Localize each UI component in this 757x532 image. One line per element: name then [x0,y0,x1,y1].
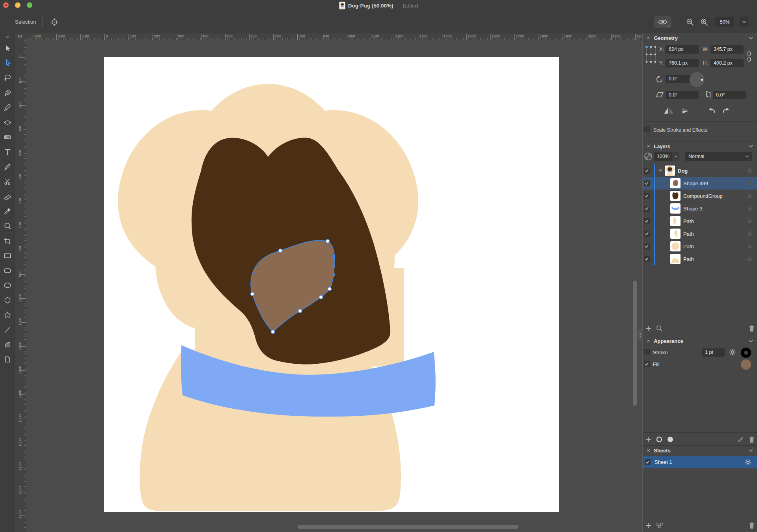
polygon-tool[interactable] [0,293,15,308]
layer-visibility-checkbox[interactable] [644,206,650,212]
layer-visibility-checkbox[interactable] [644,244,650,249]
stroke-color-swatch[interactable] [741,348,751,358]
node-select-tool[interactable] [0,56,15,71]
layer-thumbnail[interactable] [670,216,681,226]
stroke-checkbox[interactable] [644,349,650,355]
bezier-handle[interactable] [333,273,335,276]
gradient-tool[interactable] [0,130,15,145]
layer-thumbnail[interactable] [670,254,681,264]
undo-button[interactable] [708,106,716,114]
line-tool[interactable] [0,322,15,337]
shape-builder-tool[interactable] [0,115,15,130]
panel-resize-grip[interactable] [638,329,643,340]
layer-visibility-checkbox[interactable] [644,218,650,224]
disclosure-chevron-icon[interactable] [658,169,662,172]
path-node[interactable] [278,249,282,252]
rounded-rectangle-tool[interactable] [0,263,15,278]
path-node[interactable] [250,292,254,296]
flip-horizontal-button[interactable] [663,106,674,115]
layer-visibility-checkbox[interactable] [644,168,650,174]
layer-row[interactable]: Path [643,227,757,240]
layer-row[interactable]: Path [643,215,757,227]
close-panel-icon[interactable]: ✕ [647,448,650,453]
layer-visibility-checkbox[interactable] [644,180,650,186]
redo-button[interactable] [722,106,730,114]
close-panel-icon[interactable]: ✕ [647,339,650,344]
delete-appearance-button[interactable] [746,436,757,443]
panel-divider[interactable] [642,33,643,532]
collapse-tools-icon[interactable] [0,33,15,41]
path-node[interactable] [319,295,323,299]
layer-row[interactable]: Shape 499 [643,177,757,190]
stroke-style-icon[interactable] [654,436,665,443]
rectangle-tool[interactable] [0,248,15,263]
search-layers-button[interactable] [654,325,665,332]
zoom-level-field[interactable]: 50% [715,17,734,27]
layer-row[interactable]: Dog [643,164,757,177]
lock-icon[interactable] [748,206,752,211]
scale-stroke-checkbox[interactable] [644,126,650,132]
zoom-dropdown-button[interactable] [740,17,748,27]
lock-icon[interactable] [748,168,752,173]
path-node[interactable] [326,239,329,243]
blend-mode-dropdown[interactable]: Normal [685,152,752,161]
add-layer-button[interactable] [643,326,654,331]
knife-tool[interactable] [0,160,15,175]
fill-style-icon[interactable] [665,436,676,443]
scissors-tool[interactable] [0,174,15,189]
layer-thumbnail[interactable] [670,178,681,188]
preview-mode-button[interactable] [654,16,671,28]
zoom-in-button[interactable] [699,17,710,28]
path-node[interactable] [298,309,302,313]
pencil-tool[interactable] [0,100,15,115]
chevron-down-icon[interactable] [749,37,753,39]
rotation-dial[interactable] [690,72,705,87]
layer-row[interactable]: Path [643,253,757,265]
add-sheet-button[interactable] [643,523,654,528]
chevron-down-icon[interactable] [749,340,753,342]
x-field[interactable]: 624 px [666,45,699,54]
w-field[interactable]: 345.7 px [710,45,744,54]
link-dimensions-icon[interactable] [746,51,752,62]
anchor-point-grid[interactable] [645,45,657,64]
layer-thumbnail[interactable] [670,229,681,239]
layer-thumbnail[interactable] [670,191,681,201]
layer-visibility-checkbox[interactable] [644,256,650,262]
layer-thumbnail[interactable] [665,166,675,176]
lock-icon[interactable] [748,256,752,261]
lock-icon[interactable] [748,244,752,249]
eraser-tool[interactable] [0,189,15,204]
snap-target-icon[interactable] [49,17,60,28]
lasso-tool[interactable] [0,71,15,86]
bezier-handle[interactable] [332,255,335,258]
pen-tool[interactable] [0,86,15,100]
star-tool[interactable] [0,308,15,323]
shear-field[interactable]: 0.0° [666,91,699,99]
layer-thumbnail[interactable] [670,203,681,214]
layer-opacity-field[interactable]: 100% [654,152,672,161]
layer-thumbnail[interactable] [670,241,681,251]
sheet-settings-gear-icon[interactable] [744,459,751,466]
clear-appearance-icon[interactable] [735,436,746,443]
fill-color-swatch[interactable] [741,359,751,370]
sheet-row[interactable]: Sheet 1 [643,456,757,468]
layer-row[interactable]: Path [643,240,757,253]
layer-row[interactable]: Shape 3 [643,202,757,215]
ellipse-tool[interactable] [0,278,15,293]
crop-tool[interactable] [0,234,15,249]
y-field[interactable]: 760.1 px [666,59,699,67]
stroke-width-field[interactable]: 1 pt [702,348,725,357]
vertical-ruler[interactable]: -100010020030040050060070080090010001100… [15,40,26,532]
horizontal-scrollbar[interactable] [298,525,518,529]
zoom-tool[interactable] [0,219,15,234]
chevron-down-icon[interactable] [749,449,753,452]
close-panel-icon[interactable]: ✕ [647,35,650,41]
lock-icon[interactable] [748,180,752,186]
artboard[interactable] [104,57,559,512]
vertical-scrollbar[interactable] [633,281,637,406]
layer-visibility-checkbox[interactable] [644,193,650,199]
layer-row[interactable]: CompoundGroup [643,190,757,202]
eyedropper-tool[interactable] [0,204,15,219]
lock-icon[interactable] [748,218,752,223]
h-field[interactable]: 400.2 px [710,59,744,67]
